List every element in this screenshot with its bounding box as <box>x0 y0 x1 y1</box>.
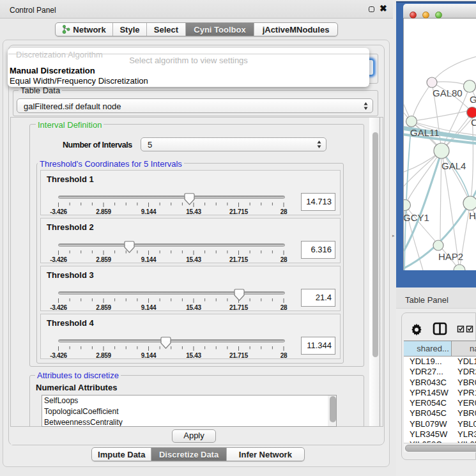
svg-text:GA: GA <box>470 94 476 105</box>
svg-text:HAP2: HAP2 <box>438 251 463 262</box>
svg-text:GAL11: GAL11 <box>410 127 440 138</box>
svg-text:C: C <box>471 117 476 128</box>
svg-text:H: H <box>469 210 476 221</box>
svg-text:GAL80: GAL80 <box>433 88 463 98</box>
svg-text:GAL4: GAL4 <box>441 160 466 171</box>
svg-text:GCY1: GCY1 <box>404 212 429 223</box>
